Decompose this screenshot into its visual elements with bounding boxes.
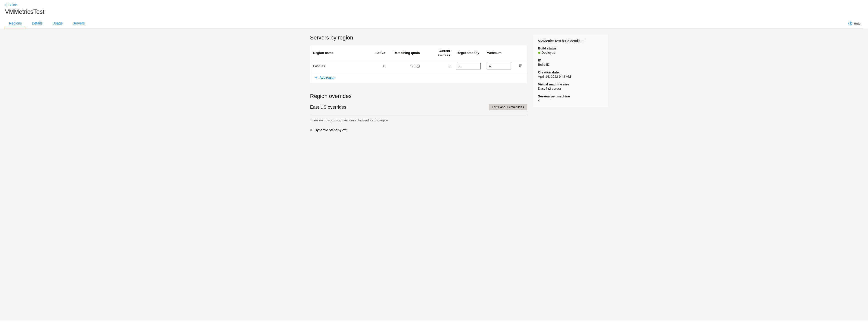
status-dot-gray [310, 129, 312, 131]
table-row: East US 0 196 0 [310, 60, 527, 72]
maximum-input[interactable] [487, 63, 511, 69]
edit-overrides-button[interactable]: Edit East US overrides [489, 104, 527, 110]
help-link[interactable]: Help [848, 22, 863, 26]
col-target-standby: Target standby [453, 45, 484, 60]
cell-maximum [484, 60, 514, 72]
tab-regions[interactable]: Regions [5, 19, 26, 28]
breadcrumb-label: Builds [8, 3, 17, 7]
cell-active: 0 [371, 60, 388, 72]
page-title: VMMetricsTest [5, 8, 863, 15]
build-details-title: VMMetricsTest build details [538, 39, 581, 43]
region-table: Region name Active Remaining quota Curre… [310, 45, 527, 72]
region-overrides-title: Region overrides [310, 93, 527, 99]
col-remaining-quota: Remaining quota [388, 45, 423, 60]
tab-details[interactable]: Details [28, 19, 46, 28]
status-label: Build status [538, 46, 603, 50]
col-active: Active [371, 45, 388, 60]
cell-region-name: East US [310, 60, 371, 72]
overrides-empty-text: There are no upcoming overrides schedule… [310, 119, 527, 122]
build-details-card: VMMetricsTest build details Build status… [533, 34, 608, 107]
info-icon[interactable] [416, 64, 420, 68]
servers-per-label: Servers per machine [538, 94, 603, 98]
status-dot-green [538, 52, 540, 54]
dynamic-standby-status: Dynamic standby off [310, 128, 527, 132]
cell-target-standby [453, 60, 484, 72]
target-standby-input[interactable] [456, 63, 480, 69]
id-value: Build ID [538, 63, 603, 66]
help-icon [848, 22, 852, 26]
vm-size-value: Dasv4 (2 cores) [538, 87, 603, 90]
col-maximum: Maximum [484, 45, 514, 60]
servers-by-region-card: Region name Active Remaining quota Curre… [310, 45, 527, 83]
breadcrumb-builds[interactable]: Builds [5, 3, 17, 7]
delete-icon[interactable] [518, 64, 522, 68]
vm-size-label: Virtual machine size [538, 83, 603, 86]
creation-label: Creation date [538, 70, 603, 74]
id-label: ID [538, 59, 603, 62]
creation-value: April 14, 2022 9:48 AM [538, 75, 603, 78]
servers-by-region-title: Servers by region [310, 34, 527, 41]
cell-current-standby: 0 [423, 60, 453, 72]
col-region-name: Region name [310, 45, 371, 60]
add-region-button[interactable]: Add region [310, 72, 527, 83]
svg-point-1 [850, 24, 850, 25]
help-label: Help [854, 22, 861, 26]
pencil-icon[interactable] [582, 39, 586, 43]
add-region-label: Add region [320, 76, 335, 79]
tab-usage[interactable]: Usage [49, 19, 66, 28]
tab-servers[interactable]: Servers [69, 19, 89, 28]
plus-icon [315, 76, 318, 79]
region-overrides-subtitle: East US overrides [310, 105, 346, 110]
col-current-standby: Current standby [423, 45, 453, 60]
servers-per-value: 4 [538, 99, 603, 102]
chevron-left-icon [5, 3, 7, 6]
status-value: Deployed [541, 51, 555, 55]
cell-remaining-quota: 196 [388, 60, 423, 72]
divider [310, 115, 527, 115]
